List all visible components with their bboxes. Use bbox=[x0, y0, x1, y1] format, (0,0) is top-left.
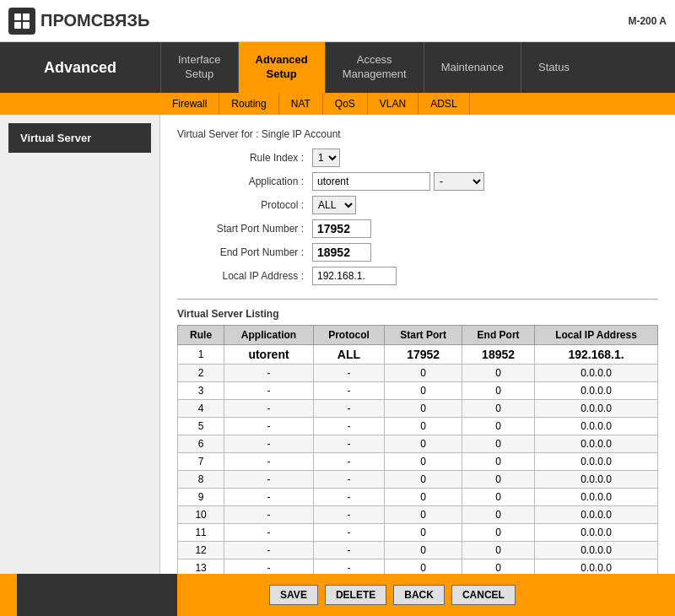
cell-end-port: 0 bbox=[462, 489, 535, 506]
cancel-button[interactable]: CANCEL bbox=[451, 585, 516, 605]
cell-end-port: 0 bbox=[462, 453, 535, 471]
cell-start-port: 0 bbox=[385, 471, 462, 489]
cell-start-port: 0 bbox=[385, 453, 462, 471]
tab-interface[interactable]: InterfaceSetup bbox=[160, 42, 238, 93]
virtual-server-form: Virtual Server for : Single IP Account R… bbox=[177, 128, 658, 285]
vs-table: Rule Application Protocol Start Port End… bbox=[177, 325, 658, 574]
table-row[interactable]: 2 - - 0 0 0.0.0.0 bbox=[178, 365, 658, 382]
nav-tabs: InterfaceSetup AdvancedSetup AccessManag… bbox=[160, 42, 675, 93]
content-area: Virtual Server Virtual Server for : Sing… bbox=[0, 115, 675, 574]
cell-rule: 4 bbox=[178, 400, 224, 418]
save-button[interactable]: SAVE bbox=[269, 585, 318, 605]
tab-maintenance[interactable]: Maintenance bbox=[424, 42, 521, 93]
svg-rect-1 bbox=[23, 14, 30, 20]
svg-rect-2 bbox=[14, 22, 21, 29]
tab-status[interactable]: Status bbox=[521, 42, 586, 93]
subnav-routing[interactable]: Routing bbox=[219, 93, 278, 115]
cell-end-port: 0 bbox=[462, 435, 535, 453]
model-label: M-200 A bbox=[628, 15, 667, 27]
logo-text: ПРОМСВЯЗЬ bbox=[40, 11, 149, 30]
cell-ip: 0.0.0.0 bbox=[535, 559, 658, 575]
end-port-input[interactable] bbox=[312, 243, 371, 262]
end-port-label: End Port Number : bbox=[177, 246, 312, 258]
cell-rule: 8 bbox=[178, 471, 224, 489]
table-row[interactable]: 1 utorent ALL 17952 18952 192.168.1. bbox=[178, 345, 658, 365]
nav-bar: Advanced InterfaceSetup AdvancedSetup Ac… bbox=[0, 42, 675, 93]
svg-rect-3 bbox=[23, 22, 30, 29]
cell-ip: 0.0.0.0 bbox=[535, 435, 658, 453]
cell-ip: 0.0.0.0 bbox=[535, 489, 658, 506]
cell-protocol: - bbox=[313, 506, 384, 524]
table-row[interactable]: 11 - - 0 0 0.0.0.0 bbox=[178, 524, 658, 542]
table-row[interactable]: 13 - - 0 0 0.0.0.0 bbox=[178, 559, 658, 575]
sidebar-item-virtual-server[interactable]: Virtual Server bbox=[8, 123, 151, 153]
protocol-label: Protocol : bbox=[177, 199, 312, 211]
subnav-qos[interactable]: QoS bbox=[323, 93, 368, 115]
application-dropdown[interactable]: - bbox=[434, 172, 484, 191]
cell-rule: 5 bbox=[178, 418, 224, 435]
table-row[interactable]: 5 - - 0 0 0.0.0.0 bbox=[178, 418, 658, 435]
cell-app: - bbox=[224, 435, 314, 453]
cell-ip: 0.0.0.0 bbox=[535, 524, 658, 542]
rule-index-select[interactable]: 123 bbox=[312, 149, 340, 167]
cell-ip: 0.0.0.0 bbox=[535, 542, 658, 559]
form-title: Virtual Server for : Single IP Account bbox=[177, 128, 658, 140]
header: ПРОМСВЯЗЬ M-200 A bbox=[0, 0, 675, 42]
cell-end-port: 0 bbox=[462, 506, 535, 524]
subnav-adsl[interactable]: ADSL bbox=[418, 93, 469, 115]
table-row[interactable]: 6 - - 0 0 0.0.0.0 bbox=[178, 435, 658, 453]
cell-app: - bbox=[224, 559, 314, 575]
table-row[interactable]: 4 - - 0 0 0.0.0.0 bbox=[178, 400, 658, 418]
cell-start-port: 17952 bbox=[385, 345, 462, 365]
cell-ip: 0.0.0.0 bbox=[535, 365, 658, 382]
cell-app: - bbox=[224, 489, 314, 506]
cell-end-port: 18952 bbox=[462, 345, 535, 365]
cell-protocol: - bbox=[313, 453, 384, 471]
cell-app: - bbox=[224, 542, 314, 559]
cell-protocol: - bbox=[313, 418, 384, 435]
table-row[interactable]: 3 - - 0 0 0.0.0.0 bbox=[178, 382, 658, 400]
cell-protocol: - bbox=[313, 365, 384, 382]
nav-advanced-label: Advanced bbox=[0, 42, 160, 93]
application-label: Application : bbox=[177, 176, 312, 187]
table-row[interactable]: 9 - - 0 0 0.0.0.0 bbox=[178, 489, 658, 506]
cell-start-port: 0 bbox=[385, 382, 462, 400]
table-section-label: Virtual Server Listing bbox=[177, 308, 658, 320]
cell-protocol: - bbox=[313, 542, 384, 559]
cell-app: - bbox=[224, 453, 314, 471]
tab-access-management[interactable]: AccessManagement bbox=[325, 42, 424, 93]
sub-nav: Firewall Routing NAT QoS VLAN ADSL bbox=[0, 93, 675, 115]
col-start-port: Start Port bbox=[385, 326, 462, 345]
table-row[interactable]: 8 - - 0 0 0.0.0.0 bbox=[178, 471, 658, 489]
cell-rule: 6 bbox=[178, 435, 224, 453]
table-row[interactable]: 12 - - 0 0 0.0.0.0 bbox=[178, 542, 658, 559]
divider bbox=[177, 299, 658, 300]
cell-start-port: 0 bbox=[385, 559, 462, 575]
col-local-ip: Local IP Address bbox=[535, 326, 658, 345]
back-button[interactable]: BACK bbox=[393, 585, 445, 605]
cell-protocol: - bbox=[313, 471, 384, 489]
table-row[interactable]: 10 - - 0 0 0.0.0.0 bbox=[178, 506, 658, 524]
table-row[interactable]: 7 - - 0 0 0.0.0.0 bbox=[178, 453, 658, 471]
application-control: - bbox=[312, 172, 484, 191]
delete-button[interactable]: DELETE bbox=[325, 585, 386, 605]
local-ip-input[interactable] bbox=[312, 267, 397, 285]
tab-advanced-setup[interactable]: AdvancedSetup bbox=[238, 42, 325, 93]
protocol-select[interactable]: ALLTCPUDP bbox=[312, 196, 356, 214]
application-input[interactable] bbox=[312, 172, 430, 191]
col-rule: Rule bbox=[178, 326, 224, 345]
cell-protocol: - bbox=[313, 382, 384, 400]
svg-rect-0 bbox=[14, 14, 21, 20]
start-port-input[interactable] bbox=[312, 219, 371, 238]
start-port-control bbox=[312, 219, 371, 238]
subnav-vlan[interactable]: VLAN bbox=[368, 93, 418, 115]
cell-end-port: 0 bbox=[462, 400, 535, 418]
subnav-nat[interactable]: NAT bbox=[279, 93, 323, 115]
cell-app: - bbox=[224, 471, 314, 489]
end-port-row: End Port Number : bbox=[177, 243, 658, 262]
cell-rule: 1 bbox=[178, 345, 224, 365]
end-port-control bbox=[312, 243, 371, 262]
cell-ip: 0.0.0.0 bbox=[535, 453, 658, 471]
subnav-firewall[interactable]: Firewall bbox=[160, 93, 219, 115]
footer-buttons: SAVE DELETE BACK CANCEL bbox=[269, 585, 516, 605]
